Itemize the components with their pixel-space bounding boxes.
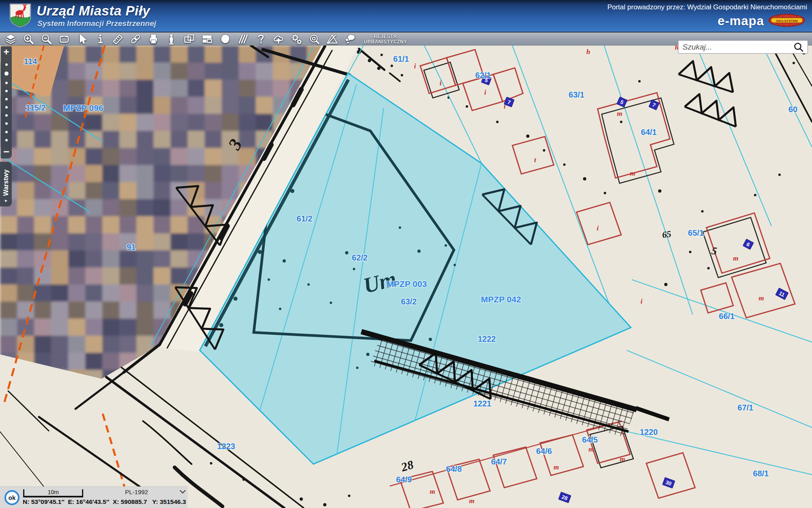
zoom-slider: + − bbox=[1, 46, 12, 158]
parcel-label: 1221 bbox=[473, 399, 492, 408]
parcel-label: 64/5 bbox=[582, 435, 598, 444]
zoom-step-dot[interactable] bbox=[5, 114, 8, 117]
parcel-label: 91 bbox=[127, 243, 136, 252]
zoom-steps bbox=[1, 58, 12, 147]
print-tool-button[interactable] bbox=[147, 33, 160, 45]
parcel-label: 60 bbox=[788, 105, 797, 114]
zoom-in-button[interactable]: + bbox=[3, 46, 9, 58]
search-icon[interactable] bbox=[793, 42, 804, 52]
settings-tool-button[interactable] bbox=[290, 33, 302, 45]
split-view-tool-button[interactable] bbox=[201, 33, 213, 45]
building-letter: m bbox=[588, 445, 594, 453]
building-letter: i bbox=[597, 224, 599, 232]
parcel-label: 61/2 bbox=[297, 214, 313, 223]
parcel-label: 64/8 bbox=[446, 465, 462, 473]
parcel-label: 115/2 bbox=[26, 103, 46, 112]
draw-area-tool-button[interactable] bbox=[218, 33, 231, 45]
link-icon bbox=[130, 33, 142, 45]
layers-panel-tab[interactable]: ▼ Warstwy bbox=[0, 162, 12, 206]
cloud-upload-tool-button[interactable] bbox=[272, 33, 285, 45]
measure-tool-button[interactable] bbox=[111, 33, 124, 45]
zoom-step-dot[interactable] bbox=[5, 139, 8, 141]
zoom-to-area-tool-button[interactable] bbox=[58, 33, 70, 45]
building-letter: i bbox=[440, 79, 442, 87]
layers-tab-label: Warstwy bbox=[2, 169, 10, 196]
building-letter: m bbox=[758, 294, 764, 302]
zoom-step-dot[interactable] bbox=[5, 131, 8, 133]
map-viewport[interactable]: Um365528 iiiiiihhtmmmmmmmmm 57576113028 … bbox=[0, 46, 812, 508]
zoom-in-tool-button[interactable] bbox=[22, 33, 35, 45]
parcel-label: 114 bbox=[24, 57, 37, 66]
parcel-label: 62/1 bbox=[475, 71, 491, 80]
magnifier-locate-tool-button[interactable] bbox=[308, 33, 320, 45]
hatch-lines-tool-button[interactable] bbox=[236, 33, 249, 45]
plan-label: MPZP 003 bbox=[387, 279, 427, 289]
zoom-step-dot[interactable] bbox=[5, 106, 8, 109]
plan-label: MPZP 096 bbox=[63, 103, 104, 113]
geosystem-logo: GEO-SYSTEM bbox=[768, 13, 806, 29]
zoom-step-dot[interactable] bbox=[5, 82, 8, 84]
person-marker-tool-button[interactable] bbox=[165, 33, 177, 45]
ok-button[interactable]: ok bbox=[4, 490, 19, 505]
warning-tool-button[interactable] bbox=[326, 33, 338, 45]
toolbar: REJESTR URBANISTYCZNY bbox=[0, 32, 812, 46]
zoom-out-tool-button[interactable] bbox=[40, 33, 52, 45]
zoom-out-icon bbox=[40, 33, 52, 45]
parcel-label: 63/1 bbox=[569, 90, 585, 99]
gears-icon bbox=[290, 33, 302, 45]
compare-views-tool-button[interactable] bbox=[183, 33, 195, 45]
rejestr-urbanistyczny-button[interactable]: REJESTR URBANISTYCZNY bbox=[364, 34, 407, 45]
building-letter: m bbox=[630, 169, 635, 177]
parcel-label: 64/7 bbox=[491, 457, 507, 466]
building-letter: m bbox=[553, 463, 559, 471]
building-letter: m bbox=[620, 455, 625, 463]
info-tool-button[interactable] bbox=[93, 33, 106, 45]
building-letter: i bbox=[641, 297, 643, 305]
zoom-step-dot[interactable] bbox=[5, 90, 8, 92]
layers-icon bbox=[4, 33, 17, 45]
chevron-down-icon bbox=[179, 488, 186, 495]
zoom-step-dot[interactable] bbox=[5, 122, 8, 125]
building-letter: i bbox=[414, 62, 416, 70]
link-tool-button[interactable] bbox=[129, 33, 142, 45]
parcel-label: 68/1 bbox=[753, 469, 769, 478]
coordinates-readout: N: 53°09′45.1″ E: 16°46′43.5″ X: 590885.… bbox=[23, 498, 186, 506]
zoom-out-button[interactable]: − bbox=[3, 147, 9, 158]
building-letter: m bbox=[733, 254, 738, 262]
zoom-in-icon bbox=[22, 33, 35, 45]
search-input[interactable] bbox=[678, 43, 793, 52]
zoom-step-dot[interactable] bbox=[5, 98, 8, 100]
parcel-label: 65/1 bbox=[688, 228, 704, 237]
feedback-tool-button[interactable] bbox=[343, 33, 356, 45]
emapa-brand: e-mapa bbox=[717, 14, 764, 28]
loupe-target-icon bbox=[308, 33, 320, 45]
geosystem-badge-text: GEO-SYSTEM bbox=[776, 19, 798, 23]
pointer-tool-button[interactable] bbox=[76, 33, 88, 45]
site-subtitle: System Informacji Przestrzennej bbox=[37, 19, 156, 28]
parcel-label: 66/1 bbox=[719, 312, 735, 321]
parcel-label: 64/6 bbox=[536, 447, 552, 456]
parcel-label: 67/1 bbox=[738, 403, 754, 412]
zoom-step-dot[interactable] bbox=[5, 63, 8, 66]
cloud-upload-icon bbox=[272, 33, 285, 45]
emapa-portal: Urząd Miasta Piły System Informacji Prze… bbox=[0, 0, 812, 508]
crs-selector[interactable]: PL-1992 bbox=[122, 488, 189, 495]
layers-tool-button[interactable] bbox=[4, 33, 17, 45]
parcel-label: 64/9 bbox=[396, 475, 412, 484]
layout-panels-icon bbox=[201, 33, 213, 45]
question-mark-icon bbox=[255, 33, 267, 45]
parcel-label: 64/1 bbox=[641, 128, 657, 137]
help-tool-button[interactable] bbox=[254, 33, 267, 45]
triangle-right-icon: ▼ bbox=[4, 199, 8, 203]
zoom-step-dot[interactable] bbox=[4, 72, 9, 76]
ruler-icon bbox=[112, 33, 124, 45]
scale-label: 10m bbox=[48, 489, 58, 495]
building-letter: m bbox=[430, 488, 435, 495]
building-letter: h bbox=[586, 48, 590, 56]
area-blob-icon bbox=[219, 33, 231, 45]
parcel-label: 1220 bbox=[640, 428, 658, 436]
tool-buttons bbox=[4, 33, 356, 45]
info-icon bbox=[94, 33, 106, 45]
marquee-zoom-icon bbox=[58, 33, 70, 45]
parcel-label: 1222 bbox=[478, 334, 496, 343]
